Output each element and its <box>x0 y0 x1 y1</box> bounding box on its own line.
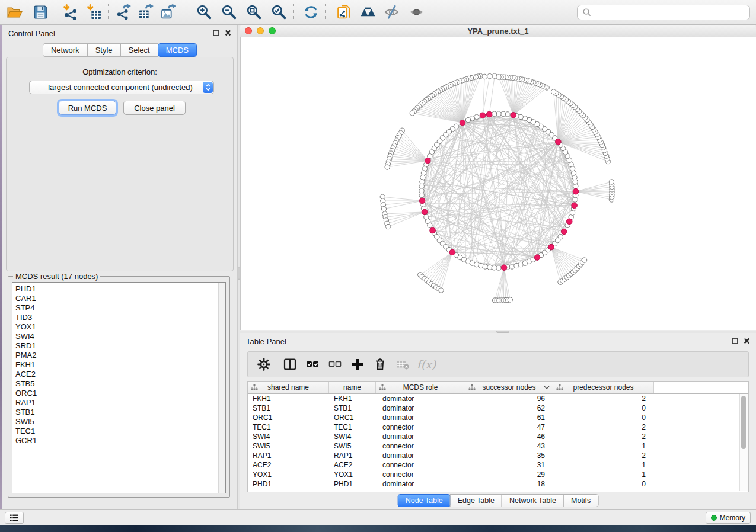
cell-name[interactable]: FKH1 <box>329 394 376 403</box>
cell-shared-name[interactable]: RAP1 <box>248 451 329 460</box>
tab-style[interactable]: Style <box>87 43 121 57</box>
cell-mcds-role[interactable]: dominator <box>376 413 465 422</box>
network-canvas[interactable] <box>240 37 756 330</box>
cell-shared-name[interactable]: ACE2 <box>248 460 329 470</box>
zoom-fit-button[interactable] <box>244 3 263 22</box>
task-history-button[interactable] <box>5 512 24 524</box>
column-header-shared-name[interactable]: shared name <box>248 382 329 393</box>
cell-predecessor-nodes[interactable]: 2 <box>553 432 654 441</box>
cell-successor-nodes[interactable]: 43 <box>465 441 553 451</box>
mcds-result-item[interactable]: TID3 <box>12 313 225 322</box>
cell-successor-nodes[interactable]: 35 <box>465 451 553 460</box>
table-row[interactable]: STB1STB1dominator620 <box>248 403 748 413</box>
show-all-button[interactable] <box>407 3 426 22</box>
export-table-button[interactable] <box>136 3 155 22</box>
close-panel-button[interactable]: Close panel <box>123 101 186 115</box>
mcds-result-item[interactable]: STB5 <box>12 379 225 389</box>
mcds-result-item[interactable]: YOX1 <box>12 322 225 332</box>
mcds-result-item[interactable]: PMA2 <box>12 351 225 360</box>
open-session-button[interactable] <box>5 3 24 22</box>
mcds-result-item[interactable]: GCR1 <box>12 436 225 446</box>
column-header-predecessor-nodes[interactable]: predecessor nodes <box>553 382 654 393</box>
cell-predecessor-nodes[interactable]: 1 <box>553 460 654 470</box>
cell-shared-name[interactable]: SWI4 <box>248 432 329 441</box>
scrollbar-thumb[interactable] <box>741 396 746 449</box>
cell-shared-name[interactable]: PHD1 <box>248 479 329 489</box>
mcds-result-item[interactable]: FKH1 <box>12 360 225 370</box>
cell-shared-name[interactable]: STB1 <box>248 403 329 413</box>
search-input[interactable] <box>594 7 749 17</box>
cell-successor-nodes[interactable]: 96 <box>465 394 553 403</box>
cell-successor-nodes[interactable]: 47 <box>465 422 553 432</box>
first-neighbors-button[interactable] <box>358 3 377 22</box>
cell-name[interactable]: RAP1 <box>329 451 376 460</box>
table-row[interactable]: ACE2ACE2connector311 <box>248 460 748 470</box>
network-window-titlebar[interactable]: YPA_prune.txt_1 <box>240 25 756 37</box>
new-network-from-selection-button[interactable] <box>334 3 353 22</box>
mcds-list-scrollbar[interactable] <box>218 283 225 493</box>
mcds-result-item[interactable]: PHD1 <box>12 284 225 294</box>
cell-name[interactable]: SWI4 <box>329 432 376 441</box>
cell-predecessor-nodes[interactable]: 2 <box>553 451 654 460</box>
table-row[interactable]: YOX1YOX1connector291 <box>248 470 748 479</box>
cell-shared-name[interactable]: SWI5 <box>248 441 329 451</box>
table-tab-network-table[interactable]: Network Table <box>502 494 564 507</box>
mcds-result-item[interactable]: TEC1 <box>12 427 225 436</box>
cell-shared-name[interactable]: FKH1 <box>248 394 329 403</box>
cell-predecessor-nodes[interactable]: 0 <box>553 403 654 413</box>
cell-mcds-role[interactable]: connector <box>376 460 465 470</box>
save-session-button[interactable] <box>31 3 50 22</box>
cell-mcds-role[interactable]: dominator <box>376 432 465 441</box>
cell-shared-name[interactable]: TEC1 <box>248 422 329 432</box>
cell-successor-nodes[interactable]: 31 <box>465 460 553 470</box>
deselect-all-button[interactable] <box>324 355 346 373</box>
cell-mcds-role[interactable]: dominator <box>376 403 465 413</box>
mcds-result-item[interactable]: CAR1 <box>12 294 225 303</box>
cell-successor-nodes[interactable]: 29 <box>465 470 553 479</box>
export-network-button[interactable] <box>114 3 133 22</box>
tab-select[interactable]: Select <box>120 43 158 57</box>
memory-button[interactable]: Memory <box>706 512 751 524</box>
table-row[interactable]: TEC1TEC1connector472 <box>248 422 748 432</box>
export-image-button[interactable] <box>159 3 178 22</box>
table-tab-motifs[interactable]: Motifs <box>563 494 598 507</box>
cell-successor-nodes[interactable]: 46 <box>465 432 553 441</box>
import-network-button[interactable] <box>60 3 79 22</box>
hide-selected-button[interactable] <box>382 3 401 22</box>
refresh-button[interactable] <box>301 3 320 22</box>
cell-successor-nodes[interactable]: 62 <box>465 403 553 413</box>
cell-predecessor-nodes[interactable]: 1 <box>553 470 654 479</box>
table-scrollbar[interactable] <box>739 394 748 491</box>
run-mcds-button[interactable]: Run MCDS <box>59 101 116 115</box>
mcds-result-item[interactable]: SWI5 <box>12 417 225 427</box>
import-table-button[interactable] <box>84 3 103 22</box>
network-graph[interactable] <box>241 37 755 330</box>
mcds-result-item[interactable]: SWI4 <box>12 332 225 341</box>
column-header-successor-nodes[interactable]: successor nodes <box>465 382 553 393</box>
mcds-result-item[interactable]: STB1 <box>12 408 225 417</box>
cell-successor-nodes[interactable]: 61 <box>465 413 553 422</box>
column-header-mcds-role[interactable]: MCDS role <box>376 382 465 393</box>
cell-predecessor-nodes[interactable]: 0 <box>553 479 654 489</box>
table-row[interactable]: SWI5SWI5connector431 <box>248 441 748 451</box>
select-all-button[interactable] <box>301 355 324 373</box>
cell-mcds-role[interactable]: dominator <box>376 479 465 489</box>
float-panel-icon[interactable] <box>732 338 738 344</box>
cell-mcds-role[interactable]: connector <box>376 422 465 432</box>
optimization-criterion-select[interactable]: largest connected component (undirected) <box>29 81 214 94</box>
cell-mcds-role[interactable]: dominator <box>376 394 465 403</box>
float-panel-icon[interactable] <box>213 30 219 36</box>
table-row[interactable]: SWI4SWI4dominator462 <box>248 432 748 441</box>
table-row[interactable]: ORC1ORC1dominator610 <box>248 413 748 422</box>
zoom-out-button[interactable] <box>219 3 238 22</box>
cell-predecessor-nodes[interactable]: 2 <box>553 422 654 432</box>
cell-name[interactable]: STB1 <box>329 403 376 413</box>
zoom-in-button[interactable] <box>194 3 213 22</box>
cell-predecessor-nodes[interactable]: 1 <box>553 441 654 451</box>
tab-mcds[interactable]: MCDS <box>158 43 197 57</box>
cell-mcds-role[interactable]: connector <box>376 470 465 479</box>
cell-name[interactable]: PHD1 <box>329 479 376 489</box>
cell-name[interactable]: ACE2 <box>329 460 376 470</box>
cell-shared-name[interactable]: YOX1 <box>248 470 329 479</box>
table-tab-edge-table[interactable]: Edge Table <box>450 494 502 507</box>
